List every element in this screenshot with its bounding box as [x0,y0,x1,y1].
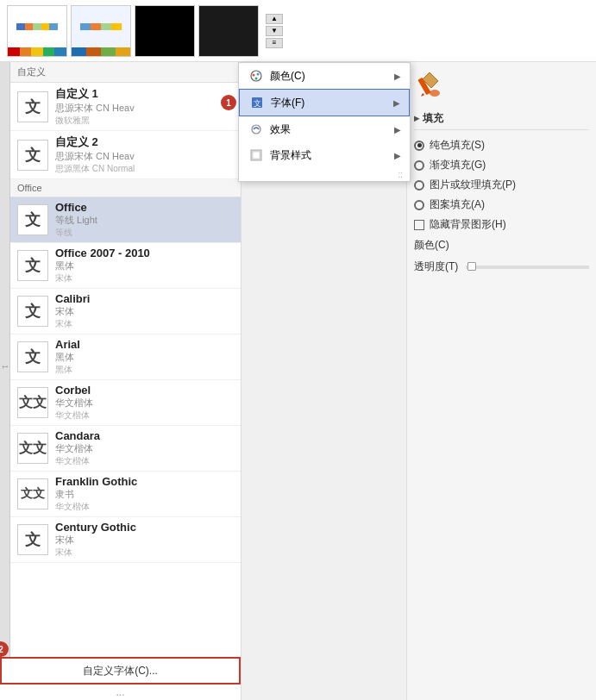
font-icon-corbel: 文文 [17,387,48,418]
fill-solid-option[interactable]: 纯色填充(S) [414,135,589,155]
svg-point-6 [252,125,260,134]
fill-hide-checkbox[interactable] [414,220,424,230]
font-subsub-corbel-1: 华文楷体 [55,409,93,422]
font-list-panel: 1 自定义 文 自定义 1 思源宋体 CN Heav 微软雅黑 文 自定义 2 … [0,62,242,700]
svg-marker-9 [421,93,424,97]
badge-1: 1 [221,95,236,110]
font-item-century[interactable]: 文 Century Gothic 宋体 宋体 [10,517,241,563]
font-name-custom1: 自定义 1 [55,86,135,102]
scroll-up-arrow[interactable]: ▲ [266,14,283,24]
font-info-custom2: 自定义 2 思源宋体 CN Heav 思源黑体 CN Normal [55,134,135,175]
font-info-century: Century Gothic 宋体 宋体 [55,521,136,559]
menu-item-bg[interactable]: 背景样式 ▶ [239,142,410,168]
menu-item-bg-arrow: ▶ [394,151,401,160]
menu-item-font[interactable]: 1 文 字体(F) ▶ [239,89,410,116]
font-item-office[interactable]: 文 Office 等线 Light 等线 [10,197,241,243]
transparency-handle[interactable] [467,262,476,271]
font-item-franklin[interactable]: 文文 Franklin Gothic 隶书 华文楷体 [10,472,241,517]
font-icon-office2007: 文 [17,250,48,281]
svg-point-11 [430,90,440,97]
color-label: 颜色(C) [414,238,466,253]
transparency-label: 透明度(T) [414,259,466,274]
menu-item-effect-arrow: ▶ [394,125,401,134]
palette-icon [248,67,265,84]
paint-bucket-container [414,69,589,103]
menu-item-color[interactable]: 颜色(C) ▶ [239,63,410,89]
fill-gradient-radio[interactable] [414,160,424,171]
font-item-arial[interactable]: 文 Arial 黑体 黑体 [10,334,241,380]
font-info-candara: Candara 华文楷体 华文楷体 [55,429,100,467]
font-sub-arial-1: 黑体 [55,351,80,364]
svg-point-2 [257,73,260,76]
font-icon-century: 文 [17,524,48,555]
font-item-candara[interactable]: 文文 Candara 华文楷体 华文楷体 [10,426,241,472]
menu-item-effect-label: 效果 [270,122,394,137]
font-subsub-calibri-1: 宋体 [55,318,90,330]
font-info-corbel: Corbel 华文楷体 华文楷体 [55,384,93,422]
font-name-arial: Arial [55,338,80,351]
fill-section-title: 填充 [414,108,589,130]
font-name-office: Office [55,201,97,214]
font-sub-century-1: 宋体 [55,534,136,547]
font-name-corbel: Corbel [55,384,93,397]
font-sub-corbel-1: 华文楷体 [55,397,93,409]
fill-pattern-radio[interactable] [414,200,424,210]
font-subsub-century-1: 宋体 [55,547,136,559]
fill-solid-radio[interactable] [414,141,424,151]
right-panel: 颜色(C) ▶ 1 文 字体(F) ▶ [242,62,596,700]
font-subsub-candara-1: 华文楷体 [55,455,100,467]
scroll-down-arrow[interactable]: ▼ [266,26,283,36]
context-menu: 颜色(C) ▶ 1 文 字体(F) ▶ [238,62,411,182]
font-item-custom2[interactable]: 文 自定义 2 思源宋体 CN Heav 思源黑体 CN Normal [10,131,241,179]
font-info-custom1: 自定义 1 思源宋体 CN Heav 微软雅黑 [55,86,135,127]
font-subsub-arial-1: 黑体 [55,364,80,376]
menu-item-font-label: 字体(F) [271,96,393,110]
menu-item-color-label: 颜色(C) [270,69,394,84]
font-item-custom1[interactable]: 文 自定义 1 思源宋体 CN Heav 微软雅黑 [10,83,241,131]
fill-gradient-option[interactable]: 渐变填充(G) [414,155,589,175]
font-sub-franklin-1: 隶书 [55,488,137,501]
font-name-office2007: Office 2007 - 2010 [55,247,150,259]
svg-rect-8 [253,152,260,159]
fill-gradient-label: 渐变填充(G) [430,158,486,172]
theme-item-dark2[interactable] [198,5,259,57]
font-item-office2007[interactable]: 文 Office 2007 - 2010 黑体 宋体 [10,243,241,289]
fill-picture-radio[interactable] [414,180,424,191]
fill-picture-label: 图片或纹理填充(P) [430,178,516,192]
theme-item-default[interactable] [7,5,67,57]
transparency-slider[interactable] [466,266,589,269]
font-name-custom2: 自定义 2 [55,134,135,150]
fill-picture-option[interactable]: 图片或纹理填充(P) [414,175,589,195]
fill-pattern-option[interactable]: 图案填充(A) [414,195,589,215]
font-sub-calibri-1: 宋体 [55,305,90,318]
menu-item-effect[interactable]: 效果 ▶ [239,116,410,142]
font-icon-custom2: 文 [17,140,48,171]
theme-item-2[interactable] [71,5,131,57]
font-name-century: Century Gothic [55,521,136,534]
font-name-franklin: Franklin Gothic [55,475,137,488]
font-sub-office2007-1: 黑体 [55,259,150,272]
menu-item-font-arrow: ▶ [393,98,400,108]
font-item-calibri[interactable]: 文 Calibri 宋体 宋体 [10,289,241,334]
font-info-office2007: Office 2007 - 2010 黑体 宋体 [55,247,150,284]
theme-selector-bar: ▲ ▼ ≡ [0,0,596,62]
font-info-office: Office 等线 Light 等线 [55,201,97,239]
custom-font-button[interactable]: 自定义字体(C)... [0,657,241,684]
font-sub-candara-1: 华文楷体 [55,442,100,455]
font-subsub-office2007-1: 宋体 [55,272,150,284]
font-sub-custom2-1: 思源宋体 CN Heav [55,150,135,163]
font-item-corbel[interactable]: 文文 Corbel 华文楷体 华文楷体 [10,380,241,426]
font-icon-custom1: 文 [17,91,48,122]
menu-item-color-arrow: ▶ [394,72,401,81]
bg-icon [248,147,265,164]
scroll-more-arrow[interactable]: ≡ [266,38,283,48]
font-sub-office-1: 等线 Light [55,214,97,227]
paint-bucket-icon [414,69,445,100]
fill-hide-option[interactable]: 隐藏背景图形(H) [414,215,589,234]
font-menu-icon: 文 [248,94,266,111]
color-row: 颜色(C) [414,234,589,256]
svg-text:文: 文 [254,99,261,108]
theme-item-dark1[interactable] [135,5,195,57]
fill-pattern-label: 图案填充(A) [430,197,485,212]
menu-item-bg-label: 背景样式 [270,148,394,163]
